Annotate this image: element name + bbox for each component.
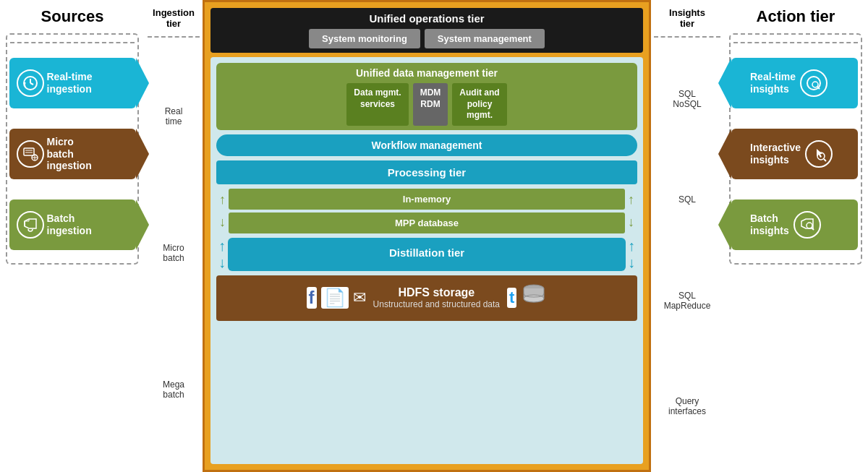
audit-policy-box: Audit and policy mgmt.: [452, 83, 506, 126]
data-mgmt-services-box: Data mgmt. services: [346, 83, 408, 126]
mdm-rdm-box: MDM RDM: [413, 83, 448, 126]
svg-line-2: [30, 83, 33, 85]
distillation-wrapper: ↑ ↓ Distillation tier ↑ ↓: [216, 238, 637, 271]
action-tier-title: Action tier: [757, 7, 835, 26]
realtime-insights-badge: Real-time insights: [731, 58, 858, 108]
inmemory-wrapper: ↑ ↓ In-memory MPP database ↑ ↓: [216, 189, 637, 233]
microbatch-label: Micro batch: [148, 243, 200, 263]
svg-line-15: [824, 159, 826, 161]
micro-batch-ingestion-badge: Micro batch ingestion: [9, 129, 136, 179]
processing-tier-bar: Processing tier: [216, 160, 637, 184]
main-container: Sources Real-time ingestion: [0, 0, 868, 472]
interactive-insights-icon: [805, 140, 833, 168]
pdf-icon: 📄: [321, 287, 349, 309]
action-dashed-line: [733, 42, 858, 43]
workflow-bar: Workflow management: [216, 134, 637, 156]
hdfs-section: f 📄 ✉ HDFS storage Unstructured and stru…: [216, 275, 637, 321]
sources-dashed-box: Real-time ingestion Micr: [6, 33, 139, 265]
realtime-insights-label: Real-time insights: [750, 71, 796, 95]
hdfs-subtitle: Unstructured and structured data: [373, 299, 500, 309]
down-arrow-icon: ↓: [219, 215, 226, 230]
realtime-icon: [17, 69, 44, 97]
dist-up-left-icon: ↑: [218, 238, 226, 254]
sql-mapreduce-label: SQL MapReduce: [654, 291, 720, 311]
batch-ingestion-label: Batch ingestion: [47, 213, 92, 237]
ingestion-tier-column: Ingestion tier Real time Micro batch Meg…: [145, 0, 203, 472]
insights-tier-column: Insights tier SQL NoSQL SQL SQL MapReduc…: [651, 0, 723, 472]
query-interfaces-label: Query interfaces: [654, 396, 720, 416]
unified-data-title: Unified data management tier: [222, 67, 631, 79]
microbatch-icon: [17, 140, 44, 168]
batch-insights-badge: Batch insights: [731, 199, 858, 250]
ops-boxes: System monitoring System management: [218, 29, 636, 48]
mpp-bar: MPP database: [229, 213, 625, 233]
sql-nosql-label: SQL NoSQL: [654, 89, 720, 109]
data-mgmt-boxes: Data mgmt. services MDM RDM Audit and po…: [222, 83, 631, 126]
dist-right-arrows: ↑ ↓: [626, 238, 637, 271]
realtime-ingestion-label: Real-time ingestion: [47, 71, 93, 95]
dist-down-left-icon: ↓: [218, 254, 226, 271]
center-inner: Unified data management tier Data mgmt. …: [210, 57, 643, 464]
center-column: Unified operations tier System monitorin…: [203, 0, 651, 472]
dist-up-right-icon: ↑: [628, 238, 635, 254]
sources-title: Sources: [41, 7, 104, 26]
insights-dashed: [654, 36, 720, 38]
sources-column: Sources Real-time ingestion: [0, 0, 145, 472]
ingestion-tier-title: Ingestion tier: [148, 7, 200, 29]
system-management-box: System management: [425, 29, 545, 48]
svg-rect-3: [24, 148, 34, 155]
twitter-icon: t: [507, 288, 516, 308]
up-arrow-icon: ↑: [219, 192, 226, 207]
unified-ops-title: Unified operations tier: [218, 12, 636, 25]
dashed-divider: [10, 42, 135, 43]
insights-tier-title: Insights tier: [654, 7, 720, 29]
dist-down-right-icon: ↓: [628, 254, 635, 271]
interactive-insights-badge: Interactive insights: [731, 129, 858, 179]
megabatch-label: Mega batch: [148, 379, 200, 400]
left-loop-arrows: ↑ ↓: [216, 189, 229, 233]
inmemory-bar: In-memory: [229, 189, 625, 210]
action-dashed-box: Real-time insights Interactive insights: [729, 33, 862, 265]
real-time-ingestion-badge: Real-time ingestion: [9, 58, 136, 108]
hdfs-text-area: HDFS storage Unstructured and structured…: [373, 286, 500, 309]
down-arrow-right-icon: ↓: [628, 215, 634, 230]
right-loop-arrows: ↑ ↓: [625, 189, 637, 233]
inmemory-inner: In-memory MPP database: [229, 189, 625, 233]
svg-point-12: [812, 82, 818, 87]
facebook-icon: f: [307, 287, 317, 309]
distillation-tier: Distillation tier: [228, 238, 626, 271]
hdfs-icons: f 📄 ✉: [307, 287, 366, 309]
realtime-insights-icon: [800, 69, 827, 97]
up-arrow-right-icon: ↑: [628, 192, 634, 207]
unified-ops-tier: Unified operations tier System monitorin…: [210, 8, 643, 53]
dist-left-arrows: ↑ ↓: [216, 238, 228, 271]
database-icon: [521, 283, 547, 314]
sql-label: SQL: [654, 194, 720, 205]
hdfs-title: HDFS storage: [373, 286, 500, 299]
batch-insights-label: Batch insights: [750, 213, 789, 237]
email-icon: ✉: [353, 288, 366, 307]
svg-point-16: [807, 223, 812, 228]
microbatch-ingestion-label: Micro batch ingestion: [47, 136, 92, 172]
unified-data-tier: Unified data management tier Data mgmt. …: [216, 63, 637, 130]
realtime-label: Real time: [148, 106, 200, 126]
batch-insights-icon: [793, 211, 821, 239]
hdfs-icons-right: t: [507, 283, 547, 314]
action-tier-column: Action tier Real-time insights: [723, 0, 868, 472]
system-monitoring-box: System monitoring: [309, 29, 420, 48]
ing-dashed: [148, 36, 200, 38]
interactive-insights-label: Interactive insights: [750, 142, 801, 166]
batch-ingestion-badge: Batch ingestion: [9, 199, 136, 250]
batch-icon: [17, 211, 44, 239]
